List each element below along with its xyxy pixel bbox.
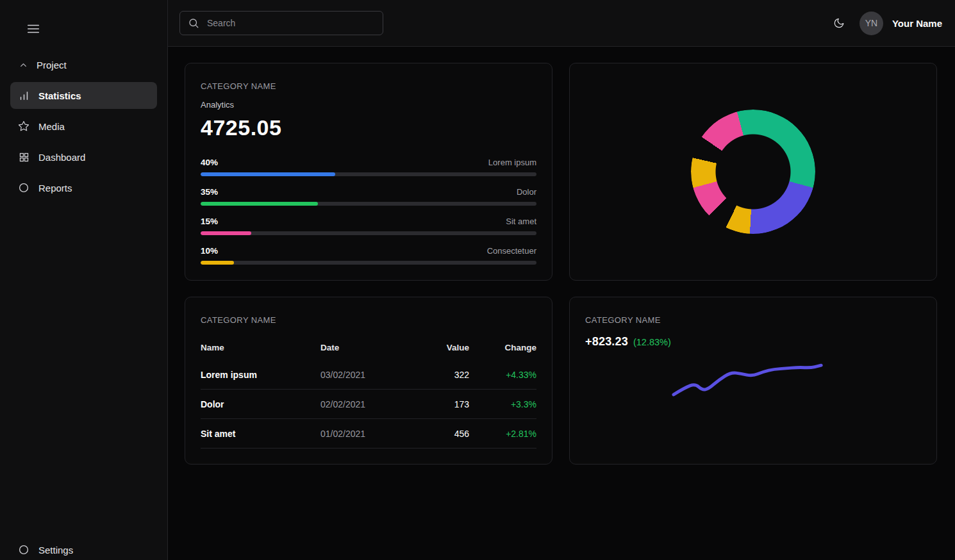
- cell-change: +3.3%: [469, 399, 536, 409]
- sidebar-group-label: Project: [37, 60, 67, 70]
- user-name: Your Name: [892, 18, 942, 29]
- progress-name: Dolor: [517, 187, 536, 197]
- table-header-change: Change: [469, 343, 536, 352]
- progress-name: Lorem ipsum: [488, 158, 536, 167]
- data-table: NameDateValueChangeLorem ipsum03/02/2021…: [201, 336, 536, 449]
- table-header-row: NameDateValueChange: [201, 336, 536, 360]
- progress-track: [201, 261, 536, 265]
- trend-line-chart: [570, 297, 936, 464]
- top-bar-right: YN Your Name: [833, 12, 942, 35]
- search-input[interactable]: [206, 17, 375, 29]
- sidebar-item-label: Settings: [38, 545, 73, 556]
- sidebar-group-project[interactable]: Project: [10, 56, 157, 73]
- content-grid: CATEGORY NAME Analytics 4725.05 40%Lorem…: [168, 47, 955, 560]
- sidebar-footer: Settings: [10, 536, 157, 560]
- progress-name: Sit amet: [506, 217, 536, 226]
- table-header-name: Name: [201, 343, 320, 352]
- sidebar-item-label: Dashboard: [38, 152, 85, 163]
- user-menu[interactable]: YN Your Name: [860, 12, 942, 35]
- progress-track: [201, 202, 536, 206]
- cell-date: 02/02/2021: [320, 399, 417, 409]
- sidebar-item-reports[interactable]: Reports: [10, 174, 157, 201]
- sidebar-item-dashboard[interactable]: Dashboard: [10, 144, 157, 170]
- card-category-label: CATEGORY NAME: [201, 315, 536, 325]
- table-row[interactable]: Lorem ipsum03/02/2021322+4.33%: [201, 360, 536, 390]
- progress-track: [201, 231, 536, 235]
- table-row[interactable]: Sit amet01/02/2021456+2.81%: [201, 419, 536, 449]
- cell-date: 01/02/2021: [320, 429, 417, 439]
- search-icon: [188, 17, 199, 29]
- cell-name: Dolor: [201, 399, 320, 409]
- top-bar: YN Your Name: [168, 0, 955, 47]
- table-card: CATEGORY NAME NameDateValueChangeLorem i…: [185, 297, 552, 465]
- cell-change: +2.81%: [469, 429, 536, 439]
- analytics-card: CATEGORY NAME Analytics 4725.05 40%Lorem…: [185, 63, 552, 281]
- progress-fill: [201, 202, 318, 206]
- sidebar-item-label: Statistics: [38, 90, 81, 101]
- chevron-up-icon: [19, 60, 28, 70]
- donut-card: [569, 63, 937, 281]
- sidebar-item-label: Media: [38, 121, 65, 132]
- cell-name: Sit amet: [201, 429, 320, 439]
- table-row[interactable]: Dolor02/02/2021173+3.3%: [201, 390, 536, 419]
- search-box[interactable]: [179, 11, 383, 35]
- cell-value: 456: [417, 429, 469, 439]
- hamburger-icon: [26, 22, 40, 36]
- sidebar-item-label: Reports: [38, 183, 72, 194]
- progress-percent: 40%: [201, 158, 218, 167]
- progress-row: 10%Consectetuer: [201, 246, 536, 265]
- theme-toggle-button[interactable]: [833, 17, 845, 29]
- progress-percent: 10%: [201, 246, 218, 256]
- cell-change: +4.33%: [469, 370, 536, 380]
- progress-percent: 35%: [201, 187, 218, 197]
- sidebar: Project StatisticsMediaDashboardReports …: [0, 0, 168, 560]
- progress-labels: 15%Sit amet: [201, 217, 536, 226]
- circle-icon: [18, 182, 29, 194]
- progress-labels: 40%Lorem ipsum: [201, 158, 536, 167]
- avatar-initials: YN: [865, 18, 877, 28]
- progress-fill: [201, 261, 234, 265]
- dashboard-screen: { "sidebar": { "group": { "label": "Proj…: [0, 0, 955, 560]
- bar-chart-icon: [18, 90, 29, 101]
- menu-toggle-button[interactable]: [26, 21, 41, 37]
- progress-row: 35%Dolor: [201, 187, 536, 206]
- table-header-value: Value: [417, 343, 469, 352]
- sidebar-item-settings[interactable]: Settings: [10, 536, 157, 560]
- circle-icon: [18, 544, 29, 556]
- sidebar-item-media[interactable]: Media: [10, 113, 157, 140]
- grid-icon: [18, 151, 29, 163]
- main-area: YN Your Name CATEGORY NAME Analytics 472…: [168, 0, 955, 560]
- sidebar-item-statistics[interactable]: Statistics: [10, 82, 157, 109]
- card-category-label: CATEGORY NAME: [201, 81, 536, 91]
- sidebar-nav: StatisticsMediaDashboardReports: [10, 82, 157, 201]
- table-header-date: Date: [320, 343, 417, 352]
- trend-card: CATEGORY NAME +823.23 (12.83%): [569, 297, 937, 465]
- cell-date: 03/02/2021: [320, 370, 417, 380]
- progress-name: Consectetuer: [487, 246, 536, 256]
- progress-fill: [201, 172, 335, 176]
- progress-labels: 35%Dolor: [201, 187, 536, 197]
- progress-row: 40%Lorem ipsum: [201, 158, 536, 176]
- progress-track: [201, 172, 536, 176]
- app-window: Project StatisticsMediaDashboardReports …: [0, 0, 955, 560]
- cell-value: 173: [417, 399, 469, 409]
- cell-name: Lorem ipsum: [201, 370, 320, 380]
- progress-fill: [201, 231, 251, 235]
- progress-labels: 10%Consectetuer: [201, 246, 536, 256]
- progress-row: 15%Sit amet: [201, 217, 536, 235]
- avatar: YN: [860, 12, 883, 35]
- star-icon: [18, 120, 29, 132]
- analytics-subtitle: Analytics: [201, 100, 536, 110]
- trend-line-path: [674, 365, 821, 395]
- cell-value: 322: [417, 370, 469, 380]
- analytics-value: 4725.05: [201, 115, 536, 140]
- donut-chart: [691, 110, 815, 234]
- progress-bar-list: 40%Lorem ipsum35%Dolor15%Sit amet10%Cons…: [201, 158, 536, 265]
- progress-percent: 15%: [201, 217, 218, 226]
- moon-icon: [833, 17, 845, 29]
